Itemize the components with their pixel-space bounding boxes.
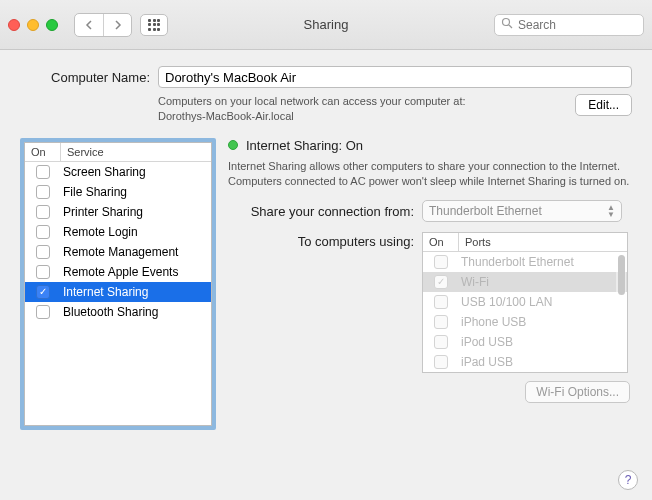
service-row[interactable]: Screen Sharing [25,162,211,182]
port-row[interactable]: iPod USB [423,332,627,352]
port-label: Thunderbolt Ethernet [459,255,627,269]
service-row[interactable]: File Sharing [25,182,211,202]
port-checkbox[interactable] [434,355,448,369]
updown-icon: ▲▼ [607,204,615,218]
back-button[interactable] [75,14,103,36]
service-checkbox[interactable] [36,265,50,279]
service-checkbox[interactable] [36,245,50,259]
service-checkbox[interactable] [36,165,50,179]
title-bar: Sharing [0,0,652,50]
services-header-service[interactable]: Service [61,143,211,161]
hint-line-2: Dorothys-MacBook-Air.local [158,109,466,124]
ports-header: On Ports [423,233,627,252]
grid-icon [148,19,160,31]
status-row: Internet Sharing: On [228,138,632,153]
zoom-icon[interactable] [46,19,58,31]
service-row[interactable]: Remote Management [25,242,211,262]
services-list-focus-ring: On Service Screen SharingFile SharingPri… [20,138,216,430]
port-checkbox[interactable] [434,255,448,269]
window-controls [8,19,58,31]
show-all-button[interactable] [140,14,168,36]
status-description: Internet Sharing allows other computers … [228,159,632,189]
close-icon[interactable] [8,19,20,31]
service-checkbox[interactable] [36,185,50,199]
service-row[interactable]: Remote Apple Events [25,262,211,282]
service-label: Remote Apple Events [61,265,211,279]
window-title: Sharing [304,17,349,32]
hint-line-1: Computers on your local network can acce… [158,94,466,109]
svg-point-0 [503,19,510,26]
port-row[interactable]: USB 10/100 LAN [423,292,627,312]
port-checkbox[interactable] [434,315,448,329]
service-label: Internet Sharing [61,285,211,299]
status-title: Internet Sharing: On [246,138,363,153]
port-label: Wi-Fi [459,275,627,289]
ports-header-on[interactable]: On [423,233,459,251]
ports-scrollbar[interactable] [616,253,626,371]
service-checkbox[interactable] [36,285,50,299]
edit-button[interactable]: Edit... [575,94,632,116]
service-row[interactable]: Internet Sharing [25,282,211,302]
ports-list[interactable]: On Ports Thunderbolt EthernetWi-FiUSB 10… [422,232,628,373]
service-row[interactable]: Remote Login [25,222,211,242]
port-label: iPod USB [459,335,627,349]
services-header: On Service [25,143,211,162]
port-checkbox[interactable] [434,275,448,289]
service-row[interactable]: Printer Sharing [25,202,211,222]
service-checkbox[interactable] [36,225,50,239]
service-checkbox[interactable] [36,305,50,319]
port-label: iPad USB [459,355,627,369]
share-from-value: Thunderbolt Ethernet [429,204,542,218]
share-from-select[interactable]: Thunderbolt Ethernet ▲▼ [422,200,622,222]
service-label: Remote Login [61,225,211,239]
port-row[interactable]: Wi-Fi [423,272,627,292]
to-computers-label: To computers using: [228,232,414,373]
port-checkbox[interactable] [434,295,448,309]
port-row[interactable]: iPhone USB [423,312,627,332]
nav-segment [74,13,132,37]
computer-name-label: Computer Name: [20,70,150,85]
ports-header-ports[interactable]: Ports [459,233,627,251]
search-icon [501,17,513,32]
status-indicator-icon [228,140,238,150]
computer-name-input[interactable] [158,66,632,88]
computer-name-hint: Computers on your local network can acce… [158,94,466,124]
minimize-icon[interactable] [27,19,39,31]
svg-line-1 [509,25,512,28]
port-label: iPhone USB [459,315,627,329]
port-row[interactable]: iPad USB [423,352,627,372]
service-row[interactable]: Bluetooth Sharing [25,302,211,322]
forward-button[interactable] [103,14,131,36]
wifi-options-button[interactable]: Wi-Fi Options... [525,381,630,403]
service-label: Printer Sharing [61,205,211,219]
search-field[interactable] [494,14,644,36]
service-label: File Sharing [61,185,211,199]
services-header-on[interactable]: On [25,143,61,161]
service-label: Bluetooth Sharing [61,305,211,319]
chevron-right-icon [114,20,122,30]
share-from-label: Share your connection from: [228,204,414,219]
services-list[interactable]: On Service Screen SharingFile SharingPri… [24,142,212,426]
chevron-left-icon [85,20,93,30]
help-button[interactable]: ? [618,470,638,490]
service-checkbox[interactable] [36,205,50,219]
port-label: USB 10/100 LAN [459,295,627,309]
port-checkbox[interactable] [434,335,448,349]
service-label: Remote Management [61,245,211,259]
search-input[interactable] [518,18,637,32]
scroll-thumb[interactable] [618,255,625,295]
port-row[interactable]: Thunderbolt Ethernet [423,252,627,272]
service-label: Screen Sharing [61,165,211,179]
